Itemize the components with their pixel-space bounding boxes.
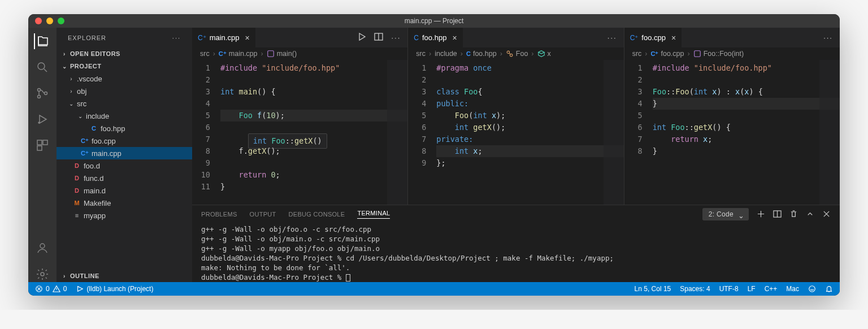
svg-point-8 — [40, 244, 45, 248]
method-icon — [693, 50, 701, 58]
minimize-window-button[interactable] — [46, 18, 53, 24]
minimap[interactable] — [819, 60, 840, 205]
editor-group-1: C⁺ main.cpp × ··· src› C⁺main.cpp› — [192, 28, 408, 205]
code-editor[interactable]: 123456789 #pragma once class Foo{ public… — [408, 60, 623, 205]
explorer-sidebar: EXPLORER ··· ›OPEN EDITORS ⌄PROJECT ›.vs… — [57, 28, 192, 282]
search-icon[interactable] — [34, 59, 50, 75]
more-icon[interactable]: ··· — [823, 33, 833, 42]
status-encoding[interactable]: UTF-8 — [719, 285, 739, 293]
status-os[interactable]: Mac — [786, 285, 799, 293]
cpp-file-icon: C — [414, 34, 419, 42]
close-tab-icon[interactable]: × — [452, 33, 457, 42]
svg-rect-7 — [37, 146, 42, 150]
tree-folder-obj[interactable]: ›obj — [57, 85, 192, 97]
tree-file-myapp[interactable]: ≡myapp — [57, 209, 192, 222]
close-panel-icon[interactable] — [822, 210, 831, 219]
more-icon[interactable]: ··· — [391, 33, 401, 42]
method-icon — [267, 50, 275, 58]
field-icon — [537, 50, 545, 58]
class-icon — [506, 50, 514, 58]
cpp-file-icon: C⁺ — [198, 34, 206, 42]
close-tab-icon[interactable]: × — [671, 33, 676, 42]
line-gutter: 12345678 — [624, 60, 653, 205]
code-editor[interactable]: 1234567891011 #include "include/foo.hpp"… — [192, 60, 407, 205]
status-indentation[interactable]: Spaces: 4 — [680, 285, 710, 293]
editor-group-3: C⁺ foo.cpp × ··· src› C⁺foo.cpp› Foo::Fo… — [624, 28, 840, 205]
activity-bar — [28, 28, 57, 282]
tab-foo-cpp[interactable]: C⁺ foo.cpp × — [624, 28, 682, 47]
window-controls — [35, 18, 64, 24]
tree-file-main-d[interactable]: Dmain.d — [57, 184, 192, 197]
terminal-select[interactable]: 2: Code — [702, 210, 749, 218]
tree-folder-src[interactable]: ⌄src — [57, 97, 192, 110]
more-icon[interactable]: ··· — [607, 33, 617, 42]
panel-tab-problems[interactable]: PROBLEMS — [201, 211, 237, 218]
titlebar[interactable]: main.cpp — Project — [28, 14, 840, 28]
tab-main-cpp[interactable]: C⁺ main.cpp × — [192, 28, 255, 47]
tab-label: foo.hpp — [422, 33, 446, 42]
svg-point-3 — [45, 92, 47, 95]
outline-section[interactable]: ›OUTLINE — [57, 270, 192, 282]
extensions-icon[interactable] — [34, 137, 50, 153]
tree-file-func-d[interactable]: Dfunc.d — [57, 172, 192, 184]
maximize-window-button[interactable] — [58, 18, 64, 24]
terminal-cursor — [346, 274, 350, 282]
svg-rect-11 — [267, 51, 274, 57]
open-editors-label: OPEN EDITORS — [70, 50, 120, 57]
minimap[interactable] — [604, 60, 624, 205]
more-icon[interactable]: ··· — [172, 34, 181, 41]
svg-point-12 — [507, 51, 509, 53]
window-title: main.cpp — Project — [405, 17, 464, 25]
status-eol[interactable]: LF — [748, 285, 756, 293]
run-icon[interactable] — [357, 32, 366, 43]
editor-group-2: C foo.hpp × ··· src› include› Cfoo.hpp› … — [408, 28, 624, 205]
tree-folder-include[interactable]: ⌄include — [57, 110, 192, 122]
vscode-window: main.cpp — Project EXPLORER ··· ›OPEN ED… — [28, 14, 840, 296]
feedback-icon[interactable] — [808, 285, 816, 293]
tree-file-foo-cpp[interactable]: C⁺foo.cpp — [57, 135, 192, 147]
tab-foo-hpp[interactable]: C foo.hpp × — [408, 28, 462, 47]
tab-label: foo.cpp — [641, 33, 666, 42]
breadcrumbs[interactable]: src› include› Cfoo.hpp› Foo› x — [408, 47, 623, 60]
svg-point-0 — [38, 63, 45, 70]
close-window-button[interactable] — [35, 18, 42, 24]
bottom-panel: PROBLEMS OUTPUT DEBUG CONSOLE TERMINAL 2… — [192, 205, 840, 282]
source-control-icon[interactable] — [34, 85, 50, 101]
breadcrumbs[interactable]: src› C⁺foo.cpp› Foo::Foo(int) — [624, 47, 840, 60]
tree-file-main-cpp[interactable]: C⁺main.cpp — [57, 147, 192, 159]
terminal[interactable]: g++ -g -Wall -o obj/foo.o -c src/foo.cpp… — [192, 223, 840, 282]
cpp-file-icon: C⁺ — [630, 34, 639, 42]
code-editor[interactable]: 12345678 #include "include/foo.hpp" Foo:… — [624, 60, 840, 205]
panel-tab-output[interactable]: OUTPUT — [250, 211, 276, 218]
panel-tab-terminal[interactable]: TERMINAL — [357, 210, 390, 219]
status-cursor-position[interactable]: Ln 5, Col 15 — [635, 285, 671, 293]
svg-point-13 — [510, 54, 512, 56]
line-gutter: 1234567891011 — [192, 60, 220, 205]
status-language[interactable]: C++ — [765, 285, 778, 293]
panel-tab-debug[interactable]: DEBUG CONSOLE — [289, 211, 345, 218]
split-editor-icon[interactable] — [374, 32, 383, 43]
status-errors[interactable]: 0 0 — [35, 285, 67, 293]
accounts-icon[interactable] — [34, 240, 50, 256]
tree-folder-vscode[interactable]: ›.vscode — [57, 72, 192, 85]
svg-rect-5 — [37, 140, 42, 145]
svg-rect-6 — [43, 140, 47, 145]
svg-point-17 — [809, 286, 815, 292]
minimap[interactable] — [387, 60, 407, 205]
close-tab-icon[interactable]: × — [245, 33, 249, 42]
maximize-panel-icon[interactable] — [806, 210, 814, 219]
split-terminal-icon[interactable] — [773, 210, 782, 219]
tree-file-foo-d[interactable]: Dfoo.d — [57, 159, 192, 172]
project-section[interactable]: ⌄PROJECT — [57, 60, 192, 72]
tree-file-foo-hpp[interactable]: Cfoo.hpp — [57, 122, 192, 135]
settings-gear-icon[interactable] — [34, 266, 50, 282]
new-terminal-icon[interactable] — [757, 210, 765, 219]
tree-file-makefile[interactable]: MMakefile — [57, 197, 192, 209]
open-editors-section[interactable]: ›OPEN EDITORS — [57, 47, 192, 60]
status-launch-config[interactable]: (lldb) Launch (Project) — [76, 285, 153, 293]
breadcrumbs[interactable]: src› C⁺main.cpp› main() — [192, 47, 407, 60]
trash-icon[interactable] — [789, 210, 798, 219]
explorer-icon[interactable] — [34, 33, 50, 49]
notifications-icon[interactable] — [825, 285, 833, 293]
run-debug-icon[interactable] — [34, 111, 50, 127]
